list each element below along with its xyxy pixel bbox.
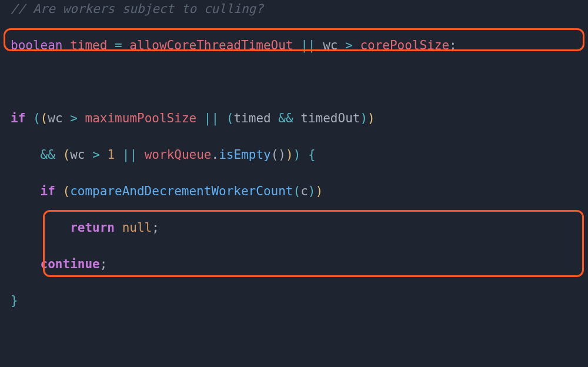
- keyword-return: return: [70, 221, 115, 235]
- code-line-blank: [11, 328, 577, 346]
- identifier: timedOut: [300, 111, 360, 125]
- code-line: // Are workers subject to culling?: [11, 0, 577, 18]
- code-line: && (wc > 1 || workQueue.isEmpty())) {: [11, 146, 577, 164]
- function: compareAndDecrementWorkerCount: [70, 184, 293, 198]
- operator: >: [70, 111, 78, 125]
- code-line-blank: [11, 73, 577, 91]
- code-line: boolean timed = allowCoreThreadTimeOut |…: [11, 36, 577, 55]
- brace: }: [11, 293, 18, 308]
- paren: ): [286, 148, 293, 162]
- paren: ): [360, 111, 368, 125]
- code-line: if ((wc > maximumPoolSize || (timed && t…: [11, 109, 577, 128]
- paren: ): [368, 111, 375, 125]
- code-block: // Are workers subject to culling? boole…: [0, 0, 588, 367]
- identifier: maximumPoolSize: [85, 111, 197, 125]
- paren: ): [293, 148, 301, 162]
- operator: ||: [300, 38, 315, 52]
- punct: ;: [449, 38, 457, 52]
- code-line: try {: [11, 365, 577, 367]
- operator: >: [345, 38, 353, 52]
- paren: (: [63, 184, 71, 198]
- brace: {: [308, 148, 316, 162]
- keyword-boolean: boolean: [11, 38, 63, 52]
- paren: (: [226, 111, 234, 125]
- punct: ;: [100, 257, 108, 271]
- identifier: wc: [323, 38, 338, 52]
- code-line: if (compareAndDecrementWorkerCount(c)): [11, 182, 577, 201]
- paren: ): [315, 184, 323, 198]
- parens: (): [271, 148, 286, 162]
- paren: (: [41, 111, 48, 125]
- code-line: return null;: [11, 219, 577, 237]
- identifier: wc: [70, 148, 85, 162]
- punct: ;: [152, 221, 159, 235]
- paren: (: [33, 111, 41, 125]
- identifier: corePoolSize: [360, 38, 449, 52]
- comment: // Are workers subject to culling?: [11, 2, 263, 16]
- code-line: }: [11, 292, 577, 310]
- identifier: allowCoreThreadTimeOut: [129, 38, 293, 52]
- operator: =: [115, 38, 122, 52]
- keyword-if: if: [41, 184, 55, 198]
- paren: ): [308, 184, 316, 198]
- identifier: wc: [48, 111, 62, 125]
- paren: (: [63, 148, 71, 162]
- operator: &&: [278, 111, 293, 125]
- keyword-if: if: [11, 111, 25, 125]
- operator: ||: [122, 148, 137, 162]
- identifier: workQueue: [145, 148, 212, 162]
- null: null: [122, 221, 152, 235]
- identifier: timed: [233, 111, 270, 125]
- number: 1: [107, 148, 115, 162]
- operator: ||: [204, 111, 219, 125]
- punct: .: [212, 148, 219, 162]
- function: isEmpty: [219, 148, 271, 162]
- operator: >: [92, 148, 100, 162]
- identifier: timed: [70, 38, 107, 52]
- operator: &&: [41, 148, 55, 162]
- paren: (: [293, 184, 300, 198]
- keyword-continue: continue: [41, 257, 100, 271]
- identifier: c: [300, 184, 308, 198]
- code-line: continue;: [11, 255, 577, 273]
